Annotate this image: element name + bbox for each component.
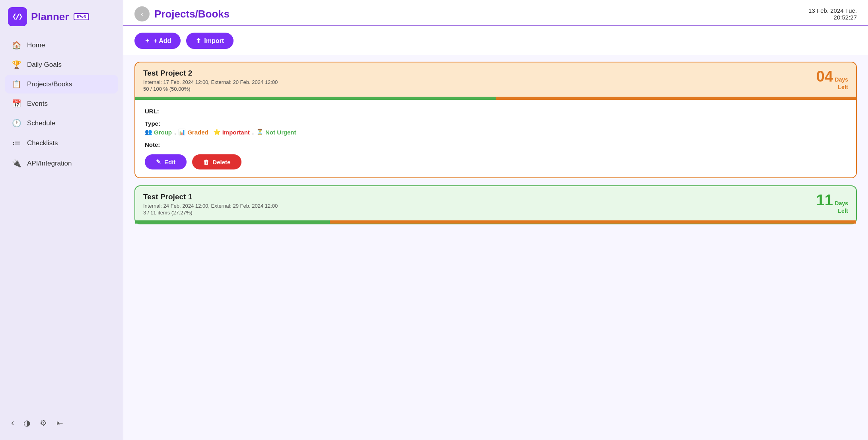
group-icon: 👥	[145, 128, 152, 136]
back-button[interactable]: ‹	[134, 6, 150, 21]
events-icon: 📅	[12, 99, 21, 108]
separator-1: ,	[174, 128, 176, 136]
collapse-icon[interactable]: ‹	[11, 418, 14, 428]
project-2-progress-text: 50 / 100 % (50.00%)	[143, 86, 278, 92]
sidebar-item-home[interactable]: 🏠 Home	[5, 36, 118, 55]
sidebar-bottom: ‹ ◑ ⚙ ⇤	[0, 413, 123, 433]
page-title: Projects/Books	[154, 8, 230, 20]
app-name: Planner	[31, 11, 69, 23]
project-1-days-left: 11 DaysLeft	[816, 193, 848, 214]
sidebar-item-checklists-label: Checklists	[27, 139, 58, 147]
sidebar-item-events[interactable]: 📅 Events	[5, 94, 118, 113]
type-tags: 👥 Group , 📊 Graded ⭐ Important	[145, 128, 847, 136]
sidebar-item-home-label: Home	[27, 41, 45, 49]
sidebar-item-projects-books[interactable]: 📋 Projects/Books	[5, 75, 118, 93]
checklists-icon: ≔	[12, 138, 21, 148]
nav-menu: 🏠 Home 🏆 Daily Goals 📋 Projects/Books 📅 …	[0, 36, 123, 413]
trophy-icon: 🏆	[12, 60, 21, 69]
main-content: ‹ Projects/Books 13 Feb. 2024 Tue. 20:52…	[123, 0, 868, 440]
note-label: Note:	[145, 141, 160, 148]
projects-list: Test Project 2 Internal: 17 Feb. 2024 12…	[123, 55, 868, 440]
project-1-days-number: 11	[816, 192, 833, 208]
edit-button[interactable]: ✎ Edit	[145, 154, 187, 169]
sidebar-item-daily-goals-label: Daily Goals	[27, 61, 62, 69]
note-row: Note:	[145, 141, 847, 148]
important-icon: ⭐	[213, 128, 221, 136]
separator-2: ,	[252, 128, 254, 136]
sidebar: Planner IPv6 🏠 Home 🏆 Daily Goals 📋 Proj…	[0, 0, 123, 440]
url-row: URL:	[145, 108, 847, 115]
logo-area: Planner IPv6	[0, 7, 123, 36]
svg-line-0	[16, 14, 19, 19]
delete-button[interactable]: 🗑 Delete	[192, 154, 241, 169]
time-display: 20:52:27	[808, 14, 857, 21]
group-label: Group	[154, 129, 172, 136]
datetime-display: 13 Feb. 2024 Tue. 20:52:27	[808, 7, 857, 21]
ipv6-badge: IPv6	[74, 13, 89, 20]
header-left: ‹ Projects/Books	[134, 6, 230, 21]
project-1-progress-text: 3 / 11 items (27.27%)	[143, 210, 278, 216]
project-1-header: Test Project 1 Internal: 24 Feb. 2024 12…	[135, 186, 856, 216]
import-button[interactable]: ⬆ Import	[186, 33, 234, 49]
sidebar-item-api[interactable]: 🔌 API/Integration	[5, 154, 118, 173]
add-icon: ＋	[144, 37, 150, 45]
project-2-days-label: DaysLeft	[835, 76, 848, 90]
edit-icon: ✎	[156, 158, 161, 165]
sidebar-item-api-label: API/Integration	[27, 160, 72, 167]
api-icon: 🔌	[12, 159, 21, 168]
import-label: Import	[204, 37, 224, 45]
tag-important: ⭐ Important	[213, 128, 250, 136]
delete-icon: 🗑	[203, 159, 209, 165]
project-2-days-number: 04	[816, 68, 833, 85]
project-2-days-left: 04 DaysLeft	[816, 69, 848, 90]
noturgent-icon: ⏳	[256, 128, 264, 136]
sidebar-item-checklists[interactable]: ≔ Checklists	[5, 133, 118, 153]
theme-icon[interactable]: ◑	[23, 418, 30, 428]
logout-icon[interactable]: ⇤	[56, 418, 63, 428]
edit-label: Edit	[164, 159, 175, 165]
sidebar-item-daily-goals[interactable]: 🏆 Daily Goals	[5, 55, 118, 74]
schedule-icon: 🕐	[12, 119, 21, 128]
project-2-dates: Internal: 17 Feb. 2024 12:00, External: …	[143, 79, 278, 85]
project-2-progress-bar	[135, 97, 856, 100]
delete-label: Delete	[212, 159, 230, 165]
add-label: + Add	[154, 37, 171, 45]
add-button[interactable]: ＋ + Add	[134, 33, 181, 49]
project-1-progress-fill	[135, 220, 330, 224]
important-label: Important	[222, 129, 250, 136]
project-1-dates: Internal: 24 Feb. 2024 12:00, External: …	[143, 203, 278, 209]
tag-noturgent: ⏳ Not Urgent	[256, 128, 296, 136]
action-buttons: ✎ Edit 🗑 Delete	[145, 154, 847, 169]
sidebar-item-schedule[interactable]: 🕐 Schedule	[5, 114, 118, 132]
toolbar: ＋ + Add ⬆ Import	[123, 26, 868, 55]
project-2-detail: URL: Type: 👥 Group , 📊 Graded	[135, 100, 856, 177]
graded-icon: 📊	[178, 128, 186, 136]
import-icon: ⬆	[196, 37, 201, 45]
projects-icon: 📋	[12, 80, 21, 89]
graded-label: Graded	[187, 129, 208, 136]
noturgent-label: Not Urgent	[265, 129, 296, 136]
header: ‹ Projects/Books 13 Feb. 2024 Tue. 20:52…	[123, 0, 868, 26]
sidebar-item-projects-label: Projects/Books	[27, 80, 72, 88]
settings-icon[interactable]: ⚙	[40, 418, 47, 428]
project-2-title: Test Project 2	[143, 69, 278, 78]
project-card-2: Test Project 2 Internal: 17 Feb. 2024 12…	[134, 62, 857, 178]
tag-graded: 📊 Graded	[178, 128, 208, 136]
type-label: Type:	[145, 120, 160, 127]
sidebar-item-events-label: Events	[27, 100, 48, 108]
type-row: Type: 👥 Group , 📊 Graded ⭐	[145, 120, 847, 136]
project-1-title: Test Project 1	[143, 193, 278, 201]
project-2-header: Test Project 2 Internal: 17 Feb. 2024 12…	[135, 62, 856, 92]
sidebar-item-schedule-label: Schedule	[27, 119, 55, 127]
date-display: 13 Feb. 2024 Tue.	[808, 7, 857, 14]
project-1-days-label: DaysLeft	[835, 200, 848, 214]
url-label: URL:	[145, 108, 159, 115]
project-1-info: Test Project 1 Internal: 24 Feb. 2024 12…	[143, 193, 278, 216]
logo-icon	[8, 7, 27, 26]
tag-group: 👥 Group	[145, 128, 172, 136]
project-card-1: Test Project 1 Internal: 24 Feb. 2024 12…	[134, 185, 857, 224]
home-icon: 🏠	[12, 41, 21, 50]
project-2-info: Test Project 2 Internal: 17 Feb. 2024 12…	[143, 69, 278, 92]
project-2-progress-fill	[135, 97, 496, 100]
project-1-progress-bar	[135, 220, 856, 224]
